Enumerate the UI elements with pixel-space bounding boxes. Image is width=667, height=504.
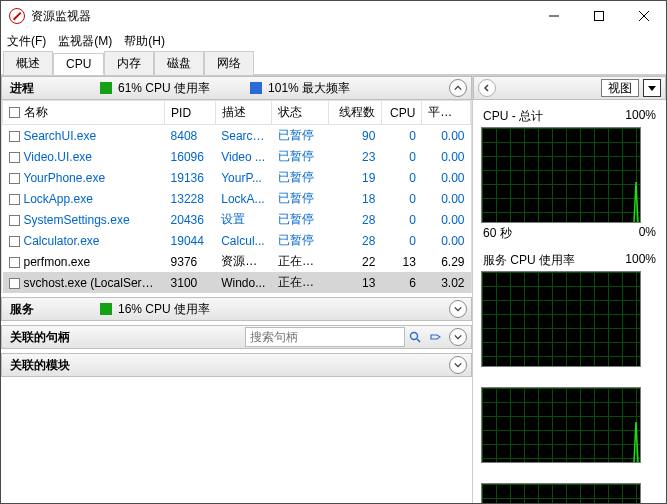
- chart-time-label: 60 秒: [483, 225, 512, 242]
- section-processes-label: 进程: [10, 80, 100, 97]
- svg-point-4: [411, 333, 418, 340]
- main-scroll[interactable]: 进程 61% CPU 使用率 101% 最大频率 名称 PID 描述 状态: [1, 76, 472, 503]
- section-handles-header[interactable]: 关联的句柄: [1, 325, 472, 349]
- tab-cpu[interactable]: CPU: [53, 53, 104, 75]
- menu-file[interactable]: 文件(F): [7, 33, 46, 50]
- col-avg[interactable]: 平均 C...: [422, 101, 471, 125]
- tab-network[interactable]: 网络: [204, 51, 254, 75]
- search-handles-input[interactable]: [245, 327, 405, 347]
- tabstrip: 概述 CPU 内存 磁盘 网络: [1, 51, 666, 75]
- table-row[interactable]: svchost.exe (LocalServiceN...3100Windo..…: [3, 272, 471, 293]
- main-pane: 进程 61% CPU 使用率 101% 最大频率 名称 PID 描述 状态: [1, 76, 473, 503]
- col-cpu[interactable]: CPU: [381, 101, 422, 125]
- chart-svc-canvas: [481, 271, 641, 367]
- body: 进程 61% CPU 使用率 101% 最大频率 名称 PID 描述 状态: [1, 75, 666, 503]
- views-dropdown-arrow[interactable]: [643, 79, 661, 97]
- menubar: 文件(F) 监视器(M) 帮助(H): [1, 31, 666, 51]
- table-row[interactable]: LockApp.exe13228LockA...已暂停1800.00: [3, 188, 471, 209]
- col-threads[interactable]: 线程数: [329, 101, 382, 125]
- select-all-checkbox[interactable]: [9, 107, 20, 118]
- table-row[interactable]: Calculator.exe19044Calcul...已暂停2800.00: [3, 230, 471, 251]
- close-button[interactable]: [621, 1, 666, 31]
- maximize-button[interactable]: [576, 1, 621, 31]
- chart-extra-2: [481, 469, 658, 503]
- chart-cpu-total-max: 100%: [625, 108, 656, 125]
- row-checkbox[interactable]: [9, 152, 20, 163]
- row-checkbox[interactable]: [9, 173, 20, 184]
- clear-search-icon[interactable]: [425, 327, 445, 347]
- chart-svc-title: 服务 CPU 使用率: [483, 252, 575, 269]
- row-checkbox[interactable]: [9, 194, 20, 205]
- table-row[interactable]: perfmon.exe9376资源和...正在运行22136.29: [3, 251, 471, 272]
- chart-cpu-total-canvas: [481, 127, 641, 223]
- app-icon: [9, 8, 25, 24]
- menu-help[interactable]: 帮助(H): [124, 33, 165, 50]
- expand-services-icon[interactable]: [449, 300, 467, 318]
- chart-extra-2-canvas: [481, 483, 641, 503]
- menu-monitor[interactable]: 监视器(M): [58, 33, 112, 50]
- row-checkbox[interactable]: [9, 215, 20, 226]
- chart-extra-1: [481, 373, 658, 463]
- chart-svc-cpu: 服务 CPU 使用率 100%: [481, 250, 658, 367]
- collapse-processes-icon[interactable]: [449, 79, 467, 97]
- row-checkbox[interactable]: [9, 257, 20, 268]
- table-row[interactable]: Video.UI.exe16096Video ...已暂停2300.00: [3, 146, 471, 167]
- nav-prev-icon[interactable]: [478, 79, 496, 97]
- col-status[interactable]: 状态: [272, 101, 329, 125]
- right-pane: 视图 CPU - 总计 100% 60 秒 0%: [473, 76, 666, 503]
- svg-rect-1: [594, 12, 603, 21]
- section-handles-label: 关联的句柄: [10, 329, 245, 346]
- expand-modules-icon[interactable]: [449, 356, 467, 374]
- table-row[interactable]: SystemSettings.exe20436设置已暂停2800.00: [3, 209, 471, 230]
- cpu-usage-icon: [100, 82, 112, 94]
- row-checkbox[interactable]: [9, 131, 20, 142]
- section-services-label: 服务: [10, 301, 100, 318]
- chart-cpu-total: CPU - 总计 100% 60 秒 0%: [481, 106, 658, 244]
- tab-overview[interactable]: 概述: [3, 51, 53, 75]
- section-processes-header[interactable]: 进程 61% CPU 使用率 101% 最大频率: [1, 76, 472, 100]
- section-modules-header[interactable]: 关联的模块: [1, 353, 472, 377]
- svg-marker-6: [648, 86, 656, 91]
- tab-disk[interactable]: 磁盘: [154, 51, 204, 75]
- section-modules-label: 关联的模块: [10, 357, 100, 374]
- window-title: 资源监视器: [31, 8, 531, 25]
- process-table-wrap: 名称 PID 描述 状态 线程数 CPU 平均 C... SearchUI.ex…: [1, 100, 472, 293]
- svg-line-5: [417, 339, 420, 342]
- table-row[interactable]: SearchUI.exe8408Search...已暂停9000.00: [3, 125, 471, 147]
- window: 资源监视器 文件(F) 监视器(M) 帮助(H) 概述 CPU 内存 磁盘 网络…: [0, 0, 667, 504]
- max-freq-text: 101% 最大频率: [268, 80, 350, 97]
- col-name[interactable]: 名称: [3, 101, 165, 125]
- chart-cpu-total-title: CPU - 总计: [483, 108, 543, 125]
- chart-extra-1-canvas: [481, 387, 641, 463]
- minimize-button[interactable]: [531, 1, 576, 31]
- right-toolbar: 视图: [473, 76, 666, 100]
- cpu-usage-text: 61% CPU 使用率: [118, 80, 210, 97]
- svc-cpu-icon: [100, 303, 112, 315]
- views-dropdown[interactable]: 视图: [601, 79, 639, 97]
- section-services-header[interactable]: 服务 16% CPU 使用率: [1, 297, 472, 321]
- svc-cpu-text: 16% CPU 使用率: [118, 301, 210, 318]
- charts-scroll[interactable]: CPU - 总计 100% 60 秒 0% 服务 CPU 使用率 100%: [473, 100, 666, 503]
- chart-svc-max: 100%: [625, 252, 656, 269]
- max-freq-icon: [250, 82, 262, 94]
- col-pid[interactable]: PID: [165, 101, 216, 125]
- row-checkbox[interactable]: [9, 236, 20, 247]
- titlebar: 资源监视器: [1, 1, 666, 31]
- expand-handles-icon[interactable]: [449, 328, 467, 346]
- process-table: 名称 PID 描述 状态 线程数 CPU 平均 C... SearchUI.ex…: [2, 100, 471, 293]
- search-icon[interactable]: [405, 327, 425, 347]
- chart-min-label: 0%: [639, 225, 656, 242]
- col-desc[interactable]: 描述: [215, 101, 272, 125]
- tab-memory[interactable]: 内存: [104, 51, 154, 75]
- row-checkbox[interactable]: [9, 278, 20, 289]
- table-row[interactable]: YourPhone.exe19136YourP...已暂停1900.00: [3, 167, 471, 188]
